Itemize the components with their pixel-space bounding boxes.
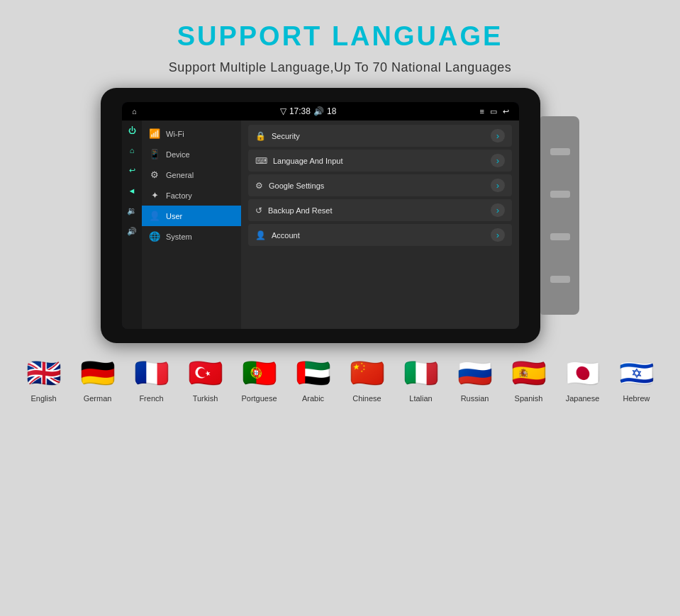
sidebar-item-factory[interactable]: ✦ Factory [142,185,241,206]
flag-item-german: 🇩🇪German [72,354,123,403]
bracket-hole-3 [550,233,570,240]
wifi-icon: ▽ [280,106,286,116]
content-area: 🔒 Security › ⌨ Language And Input › [241,121,519,329]
flag-emoji-french: 🇫🇷 [134,359,169,387]
backup-arrow[interactable]: › [491,203,505,217]
flags-section: 🇬🇧English🇩🇪German🇫🇷French🇹🇷Turkish🇵🇹Port… [18,354,662,403]
vol-down-icon[interactable]: 🔉 [127,206,137,215]
page-title: SUPPORT LANGUAGE [177,21,503,52]
menu-row-google[interactable]: ⚙ Google Settings › [248,174,512,196]
sidebar-item-device[interactable]: 📱 Device [142,144,241,164]
left-icons: ⏻ ⌂ ↩ ◄ 🔉 🔊 [122,121,142,329]
menu-row-account-left: 👤 Account [255,230,300,240]
flag-label-arabic: Arabic [302,394,324,403]
flag-item-japanese: 🇯🇵Japanese [557,354,608,403]
menu-row-google-left: ⚙ Google Settings [255,181,324,191]
flag-emoji-english: 🇬🇧 [26,359,62,387]
flag-circle-french: 🇫🇷 [133,354,170,391]
sidebar-factory-label: Factory [166,191,192,200]
flag-item-portguese: 🇵🇹Portguese [234,354,285,403]
sidebar-item-wifi[interactable]: 📶 Wi-Fi [142,123,241,144]
account-arrow[interactable]: › [491,228,505,242]
user-sidebar-icon: 👤 [149,211,160,221]
vol-up-icon[interactable]: 🔊 [127,227,137,236]
menu-row-security-left: 🔒 Security [255,131,300,141]
menu-row-backup[interactable]: ↺ Backup And Reset › [248,199,512,221]
sidebar-wifi-label: Wi-Fi [166,130,184,138]
back-icon: ↩ [503,107,509,116]
google-label: Google Settings [269,181,324,190]
menu-row-language[interactable]: ⌨ Language And Input › [248,150,512,172]
status-left: ⌂ [132,107,137,116]
flag-item-chinese: 🇨🇳Chinese [342,354,393,403]
flag-label-hebrew: Hebrew [623,394,650,403]
language-icon: ⌨ [255,156,267,166]
flag-label-turkish: Turkish [193,394,218,403]
flag-label-spanish: Spanish [515,394,543,403]
flag-circle-portguese: 🇵🇹 [241,354,278,391]
home-icon: ⌂ [132,107,137,116]
general-sidebar-icon: ⚙ [149,169,160,180]
flag-emoji-german: 🇩🇪 [80,359,116,387]
flag-label-french: French [139,394,163,403]
flag-item-french: 🇫🇷French [126,354,177,403]
flag-item-ltalian: 🇮🇹Ltalian [396,354,447,403]
window-icon: ▭ [490,107,497,116]
flag-label-chinese: Chinese [352,394,381,403]
sidebar-device-label: Device [166,150,190,159]
menu-icon: ≡ [480,107,484,116]
back-nav-icon[interactable]: ↩ [129,166,135,175]
flag-emoji-turkish: 🇹🇷 [188,359,223,387]
sidebar-item-user[interactable]: 👤 User [142,206,241,226]
flag-emoji-russian: 🇷🇺 [457,359,493,387]
flag-emoji-spanish: 🇪🇸 [511,359,547,387]
sidebar: 📶 Wi-Fi 📱 Device ⚙ General ✦ Factory [142,121,241,329]
bracket-hole-2 [550,191,570,198]
nav-icon[interactable]: ◄ [128,186,136,195]
flag-circle-spanish: 🇪🇸 [511,354,547,391]
flag-item-spanish: 🇪🇸Spanish [503,354,554,403]
flag-emoji-ltalian: 🇮🇹 [403,359,439,387]
security-icon: 🔒 [255,131,266,141]
bracket-hole-4 [550,276,570,283]
flag-label-ltalian: Ltalian [409,394,432,403]
mounting-bracket [540,116,579,315]
flag-circle-turkish: 🇹🇷 [187,354,224,391]
device-sidebar-icon: 📱 [149,149,160,159]
home-nav-icon[interactable]: ⌂ [130,146,135,155]
volume-value: 18 [327,106,336,116]
flag-circle-ltalian: 🇮🇹 [403,354,440,391]
status-bar: ⌂ ▽ 17:38 🔊 18 ≡ ▭ ↩ [122,102,519,121]
sidebar-system-label: System [166,233,192,241]
menu-row-account[interactable]: 👤 Account › [248,224,512,246]
flag-circle-hebrew: 🇮🇱 [618,354,655,391]
sidebar-item-system[interactable]: 🌐 System [142,226,241,247]
google-arrow[interactable]: › [491,179,505,192]
flag-emoji-japanese: 🇯🇵 [565,359,601,387]
flag-label-german: German [84,394,112,403]
factory-sidebar-icon: ✦ [149,190,160,201]
account-label: Account [272,231,300,240]
language-arrow[interactable]: › [491,154,505,167]
time-display: 17:38 [289,106,311,116]
sidebar-general-label: General [166,171,194,179]
menu-row-backup-left: ↺ Backup And Reset [255,206,333,215]
sidebar-item-general[interactable]: ⚙ General [142,164,241,185]
screen-body: ⏻ ⌂ ↩ ◄ 🔉 🔊 📶 Wi-Fi 📱 Device [122,121,519,329]
security-label: Security [272,132,300,140]
flag-emoji-chinese: 🇨🇳 [350,359,385,387]
flag-circle-japanese: 🇯🇵 [564,354,601,391]
flag-circle-chinese: 🇨🇳 [349,354,386,391]
flag-label-english: English [30,394,56,403]
status-center: ▽ 17:38 🔊 18 [280,106,336,116]
volume-icon: 🔊 [313,106,324,116]
flag-label-japanese: Japanese [566,394,600,403]
security-arrow[interactable]: › [491,129,505,142]
flag-item-russian: 🇷🇺Russian [450,354,501,403]
flag-item-turkish: 🇹🇷Turkish [180,354,231,403]
language-label: Language And Input [273,157,342,165]
status-right: ≡ ▭ ↩ [480,107,509,116]
menu-row-language-left: ⌨ Language And Input [255,156,342,166]
menu-row-security[interactable]: 🔒 Security › [248,125,512,147]
power-icon[interactable]: ⏻ [128,126,136,135]
